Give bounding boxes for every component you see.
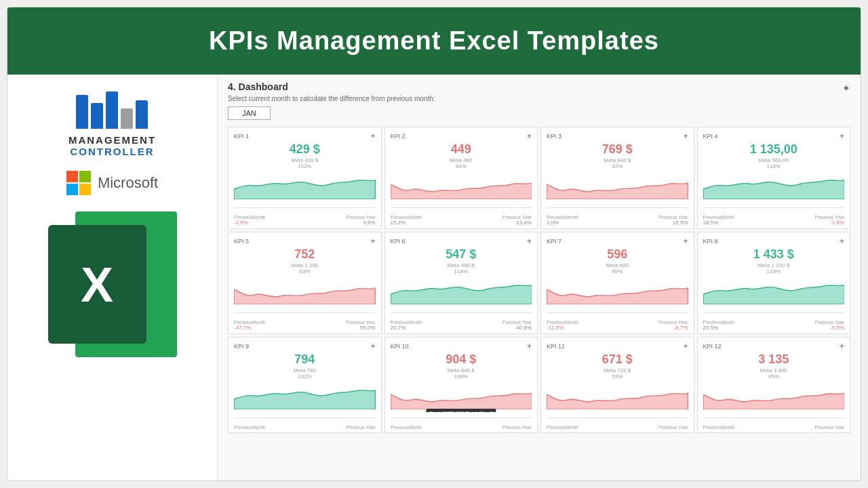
kpi-chart-svg-2: [391, 172, 532, 199]
kpi-card-6: KPI 6 + 547 $ Meta 480 $114% PreviousMon…: [384, 232, 538, 334]
kpi-prev-month-label-4: PreviousMonth: [703, 215, 735, 220]
kpi-meta-11: Meta 720 $93%: [547, 367, 688, 380]
kpi-chart-svg-8: [703, 277, 845, 304]
main-content: MANAGEMENT CONTROLLER Microsoft X: [7, 75, 861, 481]
kpi-plus-6[interactable]: +: [527, 237, 532, 246]
excel-logo: X: [48, 211, 177, 357]
kpi-value-12: 3 135: [703, 352, 845, 367]
kpi-value-2: 449: [391, 142, 532, 157]
sidebar: MANAGEMENT CONTROLLER Microsoft X: [7, 75, 218, 481]
kpi-footer-1: PreviousMonth -2,6% Previous Year 3,6%: [234, 215, 376, 226]
kpi-prev-month-label-2: PreviousMonth: [391, 215, 422, 220]
kpi-prev-year-label-4: Previous Year: [815, 215, 844, 220]
kpi-prev-month-val-8: 24,5%: [703, 325, 735, 331]
month-selector[interactable]: JAN: [228, 106, 271, 120]
main-frame: KPIs Management Excel Templates MANAGEME…: [7, 7, 861, 481]
kpi-meta-3: Meta 840 $92%: [547, 157, 688, 169]
kpi-chart-11: [547, 382, 688, 412]
kpi-meta-7: Meta 60099%: [547, 262, 688, 274]
kpi-plus-2[interactable]: +: [527, 131, 532, 141]
kpi-value-7: 596: [547, 247, 688, 262]
kpi-chart-10: Serie "KPI 10" Point "Aug": [391, 382, 532, 412]
kpi-prev-year-val-4: -1,6%: [815, 220, 844, 226]
kpi-label-1: KPI 1: [234, 133, 249, 140]
kpi-prev-month-val-7: -11,5%: [547, 325, 578, 331]
kpi-chart-12: [703, 382, 845, 412]
kpi-prev-month-val-4: 18,5%: [703, 220, 735, 226]
kpi-card-header-7: KPI 7 +: [547, 237, 688, 246]
kpi-plus-3[interactable]: +: [683, 131, 688, 141]
kpi-plus-11[interactable]: +: [683, 342, 688, 351]
kpi-label-5: KPI 5: [234, 238, 249, 245]
kpi-card-4: KPI 4 + 1 135,00 Meta 960,00118% Previou…: [697, 127, 851, 229]
kpi-prev-month-label-1: PreviousMonth: [234, 215, 266, 220]
kpi-prev-year-val-8: -0,5%: [815, 325, 844, 331]
bar-5: [136, 100, 148, 129]
ms-sq-green: [79, 171, 91, 182]
kpi-chart-svg-7: [547, 277, 688, 304]
ms-sq-yellow: [79, 184, 91, 195]
ms-sq-red: [66, 171, 78, 182]
kpi-value-1: 429 $: [234, 142, 376, 157]
kpi-label-7: KPI 7: [547, 238, 561, 245]
kpi-chart-svg-5: [234, 277, 376, 304]
kpi-prev-year-val-1: 3,6%: [346, 220, 375, 226]
kpi-value-6: 547 $: [391, 247, 532, 262]
kpi-prev-year-label-10: Previous Year: [502, 425, 532, 430]
kpi-prev-month-val-2: 15,2%: [391, 220, 422, 226]
kpi-card-2: KPI 2 + 449 Meta 48094% PreviousMonth 15…: [384, 127, 538, 229]
kpi-card-header-12: KPI 12 +: [703, 342, 845, 351]
kpi-plus-7[interactable]: +: [683, 237, 688, 246]
kpi-chart-svg-11: [547, 382, 688, 409]
ms-grid-icon: [66, 171, 91, 195]
kpi-prev-month-val-6: 20,7%: [391, 325, 422, 331]
bar-1: [76, 95, 88, 129]
kpi-chart-6: [391, 277, 532, 307]
kpi-card-header-10: KPI 10 +: [391, 342, 532, 351]
kpi-value-4: 1 135,00: [703, 142, 845, 157]
header-banner: KPIs Management Excel Templates: [7, 7, 861, 75]
kpi-footer-9: PreviousMonth Previous Year: [234, 425, 376, 430]
kpi-footer-6: PreviousMonth 20,7% Previous Year 40,8%: [391, 320, 532, 331]
microsoft-logo: Microsoft: [66, 171, 158, 195]
kpi-card-10: KPI 10 + 904 $ Meta 840 $108% Serie "KPI…: [384, 337, 538, 433]
kpi-plus-9[interactable]: +: [370, 342, 375, 351]
kpi-prev-year-label-11: Previous Year: [658, 425, 688, 430]
ms-sq-blue: [66, 184, 78, 195]
kpi-plus-10[interactable]: +: [527, 342, 532, 351]
kpi-card-header-3: KPI 3 +: [547, 131, 688, 141]
kpi-card-5: KPI 5 + 752 Meta 1 20063% PreviousMonth …: [228, 232, 382, 334]
kpi-chart-1: [234, 172, 376, 202]
kpi-prev-month-label-7: PreviousMonth: [547, 320, 578, 325]
kpi-meta-8: Meta 1 200 $119%: [703, 262, 845, 274]
kpi-plus-12[interactable]: +: [840, 342, 844, 351]
kpi-chart-svg-9: [234, 382, 376, 409]
kpi-prev-year-label-3: Previous Year: [658, 215, 688, 220]
kpi-prev-year-label-5: Previous Year: [346, 320, 375, 325]
kpi-footer-7: PreviousMonth -11,5% Previous Year -8,7%: [547, 320, 688, 331]
kpi-footer-10: PreviousMonth Previous Year: [391, 425, 532, 430]
kpi-plus-5[interactable]: +: [370, 237, 375, 246]
kpi-chart-svg-12: [703, 382, 845, 409]
kpi-value-9: 794: [234, 352, 376, 367]
kpi-prev-month-label-11: PreviousMonth: [547, 425, 578, 430]
kpi-plus-8[interactable]: +: [840, 237, 844, 246]
kpi-chart-svg-6: [391, 277, 532, 304]
kpi-card-3: KPI 3 + 769 $ Meta 840 $92% PreviousMont…: [540, 127, 694, 229]
kpi-chart-7: [547, 277, 688, 307]
kpi-footer-4: PreviousMonth 18,5% Previous Year -1,6%: [703, 215, 845, 226]
kpi-plus-4[interactable]: +: [840, 131, 844, 141]
kpi-prev-month-label-10: PreviousMonth: [391, 425, 422, 430]
kpi-card-8: KPI 8 + 1 433 $ Meta 1 200 $119% Previou…: [697, 232, 851, 334]
bar-2: [91, 103, 103, 129]
kpi-chart-9: [234, 382, 376, 412]
kpi-footer-2: PreviousMonth 15,2% Previous Year 13,4%: [391, 215, 532, 226]
kpi-prev-year-val-5: 59,0%: [346, 325, 375, 331]
kpi-prev-year-label-8: Previous Year: [815, 320, 844, 325]
kpi-label-3: KPI 3: [547, 133, 561, 140]
settings-icon[interactable]: ✦: [842, 83, 850, 94]
kpi-plus-1[interactable]: +: [370, 131, 375, 141]
kpi-label-9: KPI 9: [234, 343, 249, 350]
kpi-meta-6: Meta 480 $114%: [391, 262, 532, 274]
kpi-prev-month-label-12: PreviousMonth: [703, 425, 735, 430]
